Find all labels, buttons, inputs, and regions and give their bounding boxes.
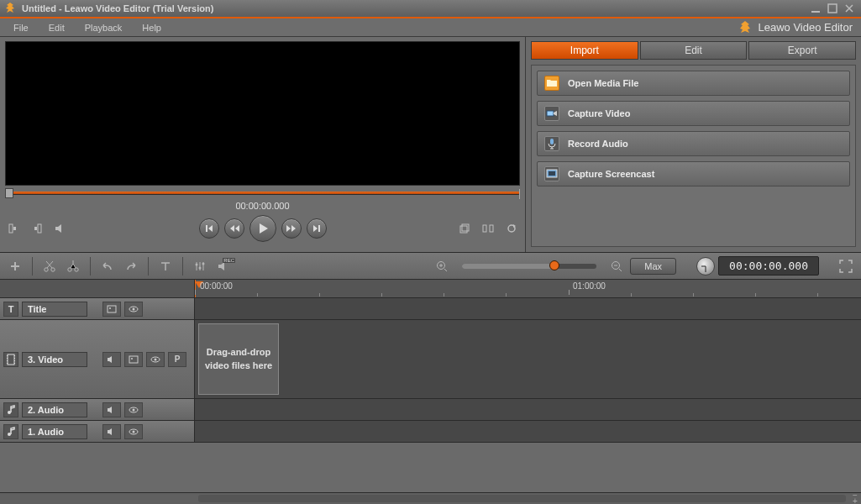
preview-viewport[interactable] [5, 41, 520, 186]
svg-rect-36 [129, 356, 138, 363]
preview-seek-slider[interactable] [5, 189, 520, 197]
fullscreen-button[interactable] [836, 256, 856, 276]
audio1-track-label: 1. Audio [22, 424, 87, 439]
capture-screencast-button[interactable]: Capture Screencast [537, 161, 850, 186]
mark-in-icon[interactable] [5, 220, 22, 237]
capture-video-label: Capture Video [568, 108, 630, 118]
timeline-hscrollbar[interactable] [198, 495, 846, 502]
add-track-button[interactable] [5, 256, 25, 276]
open-media-file-button[interactable]: Open Media File [537, 71, 850, 96]
svg-rect-8 [483, 225, 486, 232]
mark-out-icon[interactable] [29, 220, 45, 237]
right-tabs: Import Edit Export [531, 41, 856, 60]
audio2-track-icon [3, 402, 18, 417]
undo-button[interactable] [97, 256, 118, 276]
svg-rect-27 [8, 354, 14, 365]
svg-point-26 [133, 307, 135, 310]
menu-help[interactable]: Help [134, 20, 170, 35]
svg-point-45 [133, 430, 135, 433]
tab-export[interactable]: Export [748, 41, 856, 60]
zoom-in-button[interactable] [432, 256, 452, 276]
timeline-toolbar: REC Max 00:00:00.000 [0, 253, 861, 280]
svg-point-16 [68, 267, 71, 270]
menu-playback[interactable]: Playback [76, 20, 131, 35]
play-button[interactable] [249, 215, 276, 242]
text-tool-button[interactable] [155, 256, 176, 276]
folder-icon [544, 76, 559, 91]
zoom-max-button[interactable]: Max [630, 258, 676, 275]
svg-rect-23 [108, 306, 116, 312]
svg-point-37 [131, 358, 133, 360]
step-back-button[interactable] [224, 218, 244, 239]
menu-edit[interactable]: Edit [40, 20, 73, 35]
video-track-visible-button[interactable] [146, 352, 165, 367]
svg-rect-29 [7, 358, 8, 359]
title-track-label: Title [22, 302, 87, 317]
microphone-icon [544, 136, 559, 151]
audio2-track-mute-button[interactable] [102, 402, 121, 417]
video-track-fx-button[interactable] [124, 352, 143, 367]
video-track-mute-button[interactable] [102, 352, 121, 367]
svg-rect-35 [14, 363, 15, 364]
svg-rect-0 [811, 11, 820, 13]
effects-button[interactable] [190, 256, 210, 276]
maximize-button[interactable] [824, 2, 841, 15]
svg-rect-34 [14, 360, 15, 361]
tab-edit[interactable]: Edit [640, 41, 748, 60]
track-video: 3. Video P Drag-and-drop video files her… [0, 320, 861, 399]
audio1-track-visible-button[interactable] [124, 424, 143, 439]
zoom-out-button[interactable] [606, 256, 627, 276]
tracks-expand-button[interactable]: + [853, 499, 858, 504]
cut-button[interactable] [39, 256, 60, 276]
voiceover-button[interactable]: REC [213, 256, 234, 276]
video-track-properties-button[interactable]: P [168, 352, 186, 367]
audio1-track-content[interactable] [195, 421, 861, 442]
clock-icon [696, 257, 715, 276]
menubar-row: File Edit Playback Help Leawo Video Edit… [0, 18, 861, 37]
svg-rect-28 [7, 355, 8, 356]
video-track-label: 3. Video [22, 352, 87, 367]
menu-file[interactable]: File [5, 20, 37, 35]
svg-point-15 [51, 267, 55, 270]
video-drop-hint[interactable]: Drag-and-drop video files here [198, 323, 279, 395]
title-track-content[interactable] [195, 298, 861, 319]
snapshot-icon[interactable] [456, 220, 473, 237]
titlebar: Untitled - Leawo Video Editor (Trial Ver… [0, 0, 861, 18]
capture-video-button[interactable]: Capture Video [537, 101, 850, 126]
volume-icon[interactable] [52, 220, 69, 237]
zoom-slider[interactable] [462, 264, 596, 269]
video-track-content[interactable]: Drag-and-drop video files here [195, 320, 861, 398]
audio2-track-visible-button[interactable] [124, 402, 143, 417]
minimize-button[interactable] [807, 2, 824, 15]
menubar: File Edit Playback Help [0, 20, 170, 35]
screencast-icon [544, 166, 559, 181]
close-button[interactable] [841, 2, 858, 15]
go-start-button[interactable] [199, 218, 219, 239]
svg-rect-11 [550, 139, 554, 144]
split-button[interactable] [63, 256, 83, 276]
redo-button[interactable] [121, 256, 141, 276]
tab-import[interactable]: Import [531, 41, 638, 60]
svg-rect-31 [7, 363, 8, 364]
title-track-visible-button[interactable] [124, 302, 143, 317]
ruler-marker-1: 01:00:00 [573, 281, 606, 291]
timeline: 00:00:00 01:00:00 T Title 3. Video [0, 280, 861, 504]
step-forward-button[interactable] [281, 218, 302, 239]
go-end-button[interactable] [307, 218, 327, 239]
import-actions: Open Media File Capture Video Record Aud… [531, 65, 856, 247]
camcorder-icon [544, 106, 559, 121]
record-audio-label: Record Audio [568, 139, 628, 149]
audio2-track-content[interactable] [195, 399, 861, 420]
title-track-icon: T [3, 302, 18, 317]
record-audio-button[interactable]: Record Audio [537, 131, 850, 156]
open-media-file-label: Open Media File [568, 78, 638, 88]
svg-point-20 [202, 262, 205, 265]
ruler-marker-0: 00:00:00 [200, 281, 233, 291]
split-icon[interactable] [480, 220, 496, 237]
loop-icon[interactable] [503, 220, 520, 237]
timeline-ruler[interactable]: 00:00:00 01:00:00 [0, 280, 861, 298]
audio1-track-mute-button[interactable] [102, 424, 121, 439]
svg-rect-33 [14, 358, 15, 359]
title-track-fx-button[interactable] [102, 302, 121, 317]
timeline-scrollbar-row: − + [0, 492, 861, 504]
